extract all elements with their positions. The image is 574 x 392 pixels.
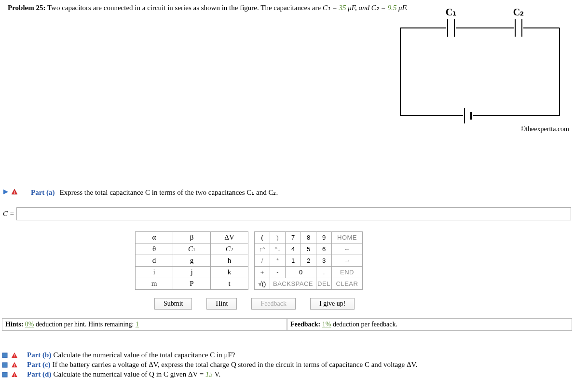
part-d-text-pre: Calculate the numerical value of Q in C … xyxy=(53,370,205,378)
key-0[interactable]: 0 xyxy=(286,267,316,278)
key-2[interactable]: 2 xyxy=(301,255,316,267)
part-b-text: Calculate the numerical value of the tot… xyxy=(53,351,235,359)
key-left[interactable]: ← xyxy=(332,243,363,255)
key-4[interactable]: 4 xyxy=(286,243,301,255)
key-lparen[interactable]: ( xyxy=(255,232,270,243)
svg-rect-15 xyxy=(2,372,7,377)
number-keypad: ( ) 7 8 9 HOME ↑^ ^↓ 4 5 6 ← / * 1 2 3 →… xyxy=(254,231,363,290)
key-dot[interactable]: . xyxy=(316,267,332,278)
svg-text:!: ! xyxy=(14,190,15,195)
key-i[interactable]: i xyxy=(136,267,173,278)
action-bar: Submit Hint Feedback I give up! xyxy=(154,298,355,310)
part-a-text: Express the total capacitance C in terms… xyxy=(60,188,278,197)
key-C1[interactable]: C1 xyxy=(173,243,211,255)
giveup-button[interactable]: I give up! xyxy=(310,298,355,310)
key-h[interactable]: h xyxy=(211,255,248,267)
parts-list: ! Part (b) Calculate the numerical value… xyxy=(2,351,572,380)
key-7[interactable]: 7 xyxy=(286,232,301,243)
svg-rect-12 xyxy=(2,363,7,367)
key-supdown[interactable]: ^↓ xyxy=(270,243,286,255)
key-minus[interactable]: - xyxy=(270,267,286,278)
hints-cell: Hints: 0% deduction per hint. Hints rema… xyxy=(2,318,287,331)
key-div[interactable]: / xyxy=(255,255,270,267)
key-t[interactable]: t xyxy=(211,278,248,290)
key-backspace[interactable]: BACKSPACE xyxy=(270,278,316,290)
key-rparen[interactable]: ) xyxy=(270,232,286,243)
feedback-button[interactable]: Feedback xyxy=(251,298,296,310)
stop-icon xyxy=(2,362,10,369)
key-C2[interactable]: C2 xyxy=(211,243,248,255)
svg-rect-9 xyxy=(2,353,7,358)
key-6[interactable]: 6 xyxy=(316,243,332,255)
feedback-cell: Feedback: 1% deduction per feedback. xyxy=(287,318,572,331)
part-b-row: ! Part (b) Calculate the numerical value… xyxy=(2,351,572,360)
key-alpha[interactable]: α xyxy=(136,232,173,243)
key-8[interactable]: 8 xyxy=(301,232,316,243)
key-theta[interactable]: θ xyxy=(136,243,173,255)
answer-input[interactable] xyxy=(16,207,571,220)
answer-row: C = xyxy=(3,207,571,220)
key-mul[interactable]: * xyxy=(270,255,286,267)
key-3[interactable]: 3 xyxy=(316,255,332,267)
hints-feedback-row: Hints: 0% deduction per hint. Hints rema… xyxy=(2,318,572,331)
cap2-label: C₂ xyxy=(513,7,524,17)
warning-icon: ! xyxy=(11,352,19,360)
svg-text:!: ! xyxy=(14,363,15,368)
part-c-label[interactable]: Part (c) xyxy=(27,361,51,369)
part-b-label[interactable]: Part (b) xyxy=(27,351,51,359)
key-home[interactable]: HOME xyxy=(332,232,363,243)
key-supup[interactable]: ↑^ xyxy=(255,243,270,255)
warning-icon: ! xyxy=(11,362,19,369)
key-right[interactable]: → xyxy=(332,255,363,267)
key-end[interactable]: END xyxy=(332,267,363,278)
key-beta[interactable]: β xyxy=(173,232,211,243)
key-clear[interactable]: CLEAR xyxy=(332,278,363,290)
part-c-row: ! Part (c) If the battery carries a volt… xyxy=(2,361,572,369)
stop-icon xyxy=(2,352,10,360)
part-d-row: ! Part (d) Calculate the numerical value… xyxy=(2,370,572,379)
submit-button[interactable]: Submit xyxy=(154,298,192,310)
key-1[interactable]: 1 xyxy=(286,255,301,267)
keypad: α β ΔV θ C1 C2 d g h i j k m P t ( ) 7 xyxy=(135,231,363,290)
warning-icon: ! xyxy=(11,371,19,379)
play-icon xyxy=(2,189,10,196)
key-k[interactable]: k xyxy=(211,267,248,278)
svg-text:!: ! xyxy=(14,373,15,378)
key-P[interactable]: P xyxy=(173,278,211,290)
stop-icon xyxy=(2,371,10,379)
answer-prompt: C = xyxy=(3,210,16,218)
hint-button[interactable]: Hint xyxy=(206,298,237,310)
key-del[interactable]: DEL xyxy=(316,278,332,290)
svg-text:!: ! xyxy=(14,353,15,358)
part-d-label[interactable]: Part (d) xyxy=(27,370,51,378)
key-5[interactable]: 5 xyxy=(301,243,316,255)
key-sqrt[interactable]: √() xyxy=(255,278,270,290)
part-a-label: Part (a) xyxy=(28,189,55,197)
key-deltaV[interactable]: ΔV xyxy=(211,232,248,243)
problem-label: Problem 25: xyxy=(8,4,45,12)
part-a-header: ! xx Part (a) Express the total capacita… xyxy=(2,188,572,197)
part-c-text: If the battery carries a voltage of ΔV, … xyxy=(53,361,418,369)
key-9[interactable]: 9 xyxy=(316,232,332,243)
warning-icon: ! xyxy=(11,189,19,196)
key-j[interactable]: j xyxy=(173,267,211,278)
circuit-diagram: C₁ C₂ xyxy=(391,5,569,130)
key-d[interactable]: d xyxy=(136,255,173,267)
key-m[interactable]: m xyxy=(136,278,173,290)
key-g[interactable]: g xyxy=(173,255,211,267)
symbol-keypad: α β ΔV θ C1 C2 d g h i j k m P t xyxy=(135,231,248,290)
cap1-label: C₁ xyxy=(446,7,456,17)
copyright-text: ©theexpertta.com xyxy=(521,125,569,133)
svg-marker-6 xyxy=(3,189,8,194)
key-plus[interactable]: + xyxy=(255,267,270,278)
